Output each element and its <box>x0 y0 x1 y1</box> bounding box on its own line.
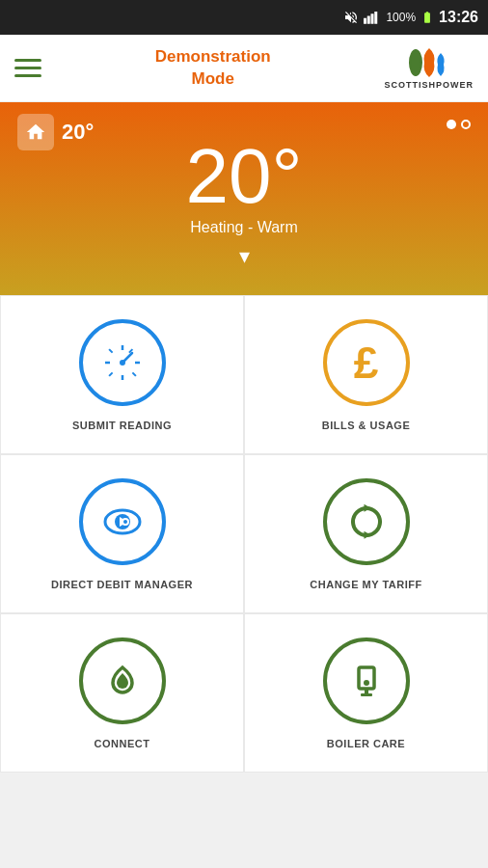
heating-status: Heating - Warm <box>190 219 297 236</box>
menu-item-change-tariff[interactable]: CHANGE MY TARIFF <box>244 454 488 613</box>
thermostat-banner: 20° 20° Heating - Warm ▾ <box>0 102 488 295</box>
svg-point-23 <box>364 680 369 686</box>
direct-debit-label: DIRECT DEBIT MANAGER <box>51 579 193 590</box>
pound-icon: £ <box>354 340 379 385</box>
svg-point-19 <box>123 520 127 524</box>
arrows-cycle-icon <box>339 495 393 549</box>
main-menu-grid: SUBMIT READING £ BILLS & USAGE DIRECT DE… <box>0 295 488 773</box>
svg-line-12 <box>109 372 113 376</box>
leaf-drop-icon <box>95 654 149 708</box>
submit-reading-icon-circle <box>79 319 166 406</box>
svg-rect-25 <box>361 693 372 696</box>
svg-line-10 <box>109 349 113 353</box>
battery-text: 100% <box>386 11 416 24</box>
svg-rect-3 <box>375 12 378 24</box>
boiler-device-icon <box>339 654 393 708</box>
logo-text: SCOTTISHPOWER <box>384 80 474 90</box>
home-icon-container <box>17 114 54 150</box>
menu-item-submit-reading[interactable]: SUBMIT READING <box>0 295 244 454</box>
connect-label: CONNECT <box>95 738 150 749</box>
menu-item-boiler-care[interactable]: BOILER CARE <box>244 613 488 773</box>
logo-flames <box>408 47 450 78</box>
svg-rect-1 <box>367 16 370 24</box>
dot-inactive <box>461 120 471 129</box>
status-time: 13:26 <box>439 9 478 26</box>
status-icons: 100% 13:26 <box>343 9 478 26</box>
svg-rect-0 <box>364 18 366 24</box>
change-tariff-icon-circle <box>323 478 410 565</box>
dot-active <box>447 120 456 129</box>
menu-item-direct-debit[interactable]: DIRECT DEBIT MANAGER <box>0 454 244 613</box>
main-temperature: 20° <box>186 138 303 215</box>
charging-icon <box>420 10 434 25</box>
signal-icon <box>364 10 381 25</box>
menu-item-connect[interactable]: CONNECT <box>0 613 244 773</box>
boiler-care-icon-circle <box>323 637 410 724</box>
mute-icon <box>343 10 359 25</box>
home-temp-label: 20° <box>62 120 94 145</box>
hamburger-menu-button[interactable] <box>14 59 41 77</box>
eye-icon <box>95 494 150 550</box>
scottishpower-logo: SCOTTISHPOWER <box>384 47 474 90</box>
bills-usage-icon-circle: £ <box>323 319 410 406</box>
connect-icon-circle <box>79 637 166 724</box>
menu-item-bills-usage[interactable]: £ BILLS & USAGE <box>244 295 488 454</box>
svg-rect-2 <box>371 14 374 24</box>
dots-indicator <box>447 120 471 129</box>
svg-line-13 <box>132 372 136 376</box>
boiler-care-label: BOILER CARE <box>327 738 405 749</box>
svg-point-15 <box>120 360 125 366</box>
chevron-down-icon[interactable]: ▾ <box>239 244 250 269</box>
meter-icon <box>95 336 149 390</box>
status-bar: 100% 13:26 <box>0 0 488 35</box>
bills-usage-label: BILLS & USAGE <box>322 420 410 431</box>
svg-rect-24 <box>365 689 368 693</box>
header-title: Demonstration Mode <box>155 46 271 89</box>
app-header: Demonstration Mode SCOTTISHPOWER <box>0 35 488 102</box>
submit-reading-label: SUBMIT READING <box>72 420 172 431</box>
home-temp-display: 20° <box>17 114 94 150</box>
change-tariff-label: CHANGE MY TARIFF <box>310 579 421 590</box>
direct-debit-icon-circle <box>79 478 166 565</box>
home-icon <box>25 122 46 143</box>
